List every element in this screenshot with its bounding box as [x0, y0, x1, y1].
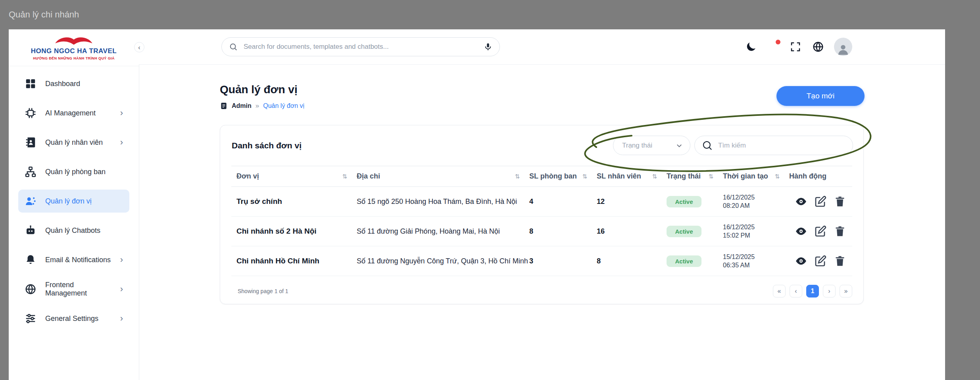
- delete-button[interactable]: [834, 195, 846, 208]
- unit-address: Số 15 ngõ 250 Hoàng Hoa Thám, Ba Đình, H…: [357, 198, 529, 206]
- breadcrumb-current: Quản lý đơn vị: [263, 102, 304, 109]
- edit-button[interactable]: [814, 255, 827, 267]
- pagination-prev-button[interactable]: ‹: [790, 285, 802, 297]
- brand-bird-icon: [50, 36, 98, 47]
- sidebar-item-chatbot-management[interactable]: Quản lý Chatbots: [18, 219, 129, 242]
- sidebar-item-ai-management[interactable]: AI Management ›: [18, 102, 129, 125]
- pagination-page-1-button[interactable]: 1: [806, 285, 819, 297]
- chevron-right-icon: ›: [120, 285, 129, 294]
- sidebar-collapse-button[interactable]: ‹: [134, 42, 144, 52]
- pagination-next-button[interactable]: ›: [823, 285, 836, 297]
- sidebar-item-label: AI Management: [45, 109, 96, 117]
- language-globe-icon[interactable]: [812, 41, 824, 53]
- column-header-unit[interactable]: Đơn vị⇅: [236, 172, 357, 180]
- table-search-input[interactable]: [717, 141, 845, 150]
- unit-name: Chi nhánh Hồ Chí Minh: [236, 257, 357, 265]
- fullscreen-icon[interactable]: [790, 41, 801, 53]
- status-filter-label: Trạng thái: [622, 142, 652, 150]
- department-count: 4: [529, 198, 597, 206]
- create-new-button[interactable]: Tạo mới: [776, 86, 865, 106]
- sidebar-item-general-settings[interactable]: General Settings ›: [18, 307, 129, 330]
- column-header-departments[interactable]: SL phòng ban⇅: [529, 172, 597, 180]
- table-row: Trụ sở chính Số 15 ngõ 250 Hoàng Hoa Thá…: [231, 187, 852, 217]
- created-datetime: 16/12/2025 08:20 AM: [723, 193, 789, 210]
- page-head: Quản lý đơn vị Admin » Quản lý đơn vị: [220, 83, 304, 110]
- sidebar-item-label: Quản lý Chatbots: [45, 226, 100, 235]
- table-footer: Showing page 1 of 1 « ‹ 1 › »: [231, 276, 852, 306]
- brand-logo: HONG NGOC HA TRAVEL HƯỚNG ĐẾN NHỮNG HÀNH…: [9, 29, 139, 66]
- row-actions: [789, 195, 852, 208]
- edit-button[interactable]: [814, 225, 827, 238]
- sort-icon: ⇅: [774, 173, 780, 180]
- column-header-address[interactable]: Địa chỉ⇅: [357, 172, 529, 180]
- sidebar-item-email-notifications[interactable]: Email & Notifications ›: [18, 248, 129, 271]
- breadcrumb-admin-link[interactable]: Admin: [232, 102, 252, 109]
- sidebar-item-unit-management[interactable]: Quản lý đơn vị: [18, 190, 129, 213]
- view-button[interactable]: [795, 255, 807, 267]
- status-filter-select[interactable]: Trạng thái: [613, 136, 690, 155]
- unit-address: Số 11 đường Nguyễn Công Trứ, Quận 3, Hồ …: [357, 257, 529, 265]
- admin-document-icon: [220, 102, 228, 110]
- chevron-down-icon: [676, 142, 683, 149]
- sort-icon: ⇅: [652, 173, 657, 180]
- delete-button[interactable]: [834, 225, 846, 238]
- sidebar-item-label: Quản lý phòng ban: [45, 168, 106, 176]
- department-count: 3: [529, 257, 597, 265]
- delete-button[interactable]: [834, 255, 846, 267]
- sidebar-item-dashboard[interactable]: Dashboard: [18, 72, 129, 95]
- table-search: [694, 136, 853, 155]
- chevron-right-icon: ›: [120, 255, 129, 264]
- pagination: « ‹ 1 › »: [773, 285, 852, 297]
- microphone-icon[interactable]: [484, 42, 492, 51]
- sort-icon: ⇅: [582, 173, 587, 180]
- employee-count: 8: [597, 257, 667, 265]
- global-search-input[interactable]: [243, 42, 478, 51]
- showing-page-text: Showing page 1 of 1: [238, 288, 288, 294]
- column-header-created[interactable]: Thời gian tạo⇅: [723, 172, 789, 180]
- sidebar-item-label: General Settings: [45, 315, 98, 323]
- pagination-last-button[interactable]: »: [840, 285, 852, 297]
- dashboard-grid-icon: [25, 78, 37, 90]
- window-title: Quản lý chi nhánh: [9, 0, 79, 29]
- sidebar: HONG NGOC HA TRAVEL HƯỚNG ĐẾN NHỮNG HÀNH…: [9, 29, 139, 380]
- breadcrumb-separator: »: [256, 102, 259, 110]
- top-header: [139, 29, 945, 65]
- search-icon: [702, 140, 713, 151]
- unit-name: Chi nhánh số 2 Hà Nội: [236, 227, 357, 236]
- bell-icon: [25, 254, 37, 266]
- created-datetime: 16/12/2025 15:02 PM: [723, 223, 789, 240]
- brand-tagline: HƯỚNG ĐẾN NHỮNG HÀNH TRÌNH QUÝ GIÁ: [33, 56, 115, 60]
- status-badge: Active: [667, 255, 701, 267]
- view-button[interactable]: [795, 195, 807, 208]
- notification-dot: [776, 40, 780, 44]
- breadcrumb: Admin » Quản lý đơn vị: [220, 102, 304, 110]
- chevron-right-icon: ›: [120, 109, 129, 117]
- sidebar-item-label: Dashboard: [45, 80, 80, 88]
- chatbot-robot-icon: [25, 225, 37, 236]
- edit-button[interactable]: [814, 195, 827, 208]
- employee-count: 12: [597, 198, 667, 206]
- row-actions: [789, 225, 852, 238]
- card-title: Danh sách đơn vị: [232, 141, 302, 150]
- app-window: HONG NGOC HA TRAVEL HƯỚNG ĐẾN NHỮNG HÀNH…: [9, 29, 945, 380]
- sidebar-item-label: Frontend Management: [45, 281, 111, 297]
- ai-chip-icon: [25, 107, 37, 119]
- status-badge: Active: [667, 226, 701, 237]
- view-button[interactable]: [795, 225, 807, 238]
- table-row: Chi nhánh số 2 Hà Nội Số 11 đường Giải P…: [231, 217, 852, 246]
- column-header-employees[interactable]: SL nhân viên⇅: [597, 172, 667, 180]
- column-header-status[interactable]: Trạng thái⇅: [667, 172, 723, 180]
- sort-icon: ⇅: [342, 173, 347, 180]
- sidebar-item-department-management[interactable]: Quản lý phòng ban: [18, 160, 129, 183]
- address-book-icon: [25, 136, 37, 148]
- sidebar-item-label: Quản lý nhân viên: [45, 138, 103, 147]
- sidebar-item-frontend-management[interactable]: Frontend Management ›: [18, 278, 129, 301]
- status-badge: Active: [667, 196, 701, 207]
- sidebar-item-employee-management[interactable]: Quản lý nhân viên ›: [18, 131, 129, 154]
- table-header-row: Đơn vị⇅ Địa chỉ⇅ SL phòng ban⇅ SL nhân v…: [231, 166, 852, 187]
- user-avatar[interactable]: [834, 38, 852, 56]
- row-actions: [789, 255, 852, 267]
- pagination-first-button[interactable]: «: [773, 285, 786, 297]
- dark-mode-moon-icon[interactable]: [745, 41, 757, 53]
- sliders-icon: [25, 313, 37, 324]
